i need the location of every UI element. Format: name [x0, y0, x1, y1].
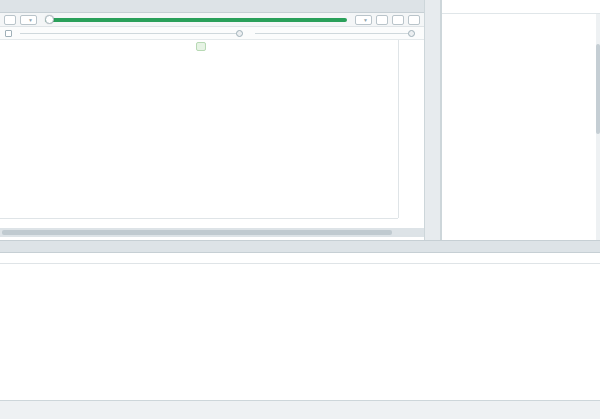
drawing-toolbar	[424, 0, 441, 240]
timeline-thumb[interactable]	[236, 30, 243, 37]
calendar-button[interactable]	[4, 15, 16, 25]
backtest-progress-slider[interactable]	[45, 18, 347, 22]
parameters-scrollbar[interactable]	[596, 14, 600, 240]
chart-region	[0, 40, 424, 240]
top-tab-bar	[0, 0, 424, 13]
backtest-toolbar: ▼ ▼	[0, 13, 424, 27]
parameters-rows	[442, 14, 596, 240]
status-bar	[0, 400, 600, 419]
speed-slider[interactable]	[255, 33, 415, 34]
backtesting-app: ▼ ▼	[0, 0, 600, 419]
play-button[interactable]	[376, 15, 388, 25]
chart-scrollbar-thumb[interactable]	[2, 230, 392, 235]
progress-thumb[interactable]	[45, 15, 54, 24]
chart-horizontal-scrollbar[interactable]	[0, 228, 424, 237]
visual-mode-bar	[0, 27, 424, 40]
start-date-select[interactable]: ▼	[20, 15, 37, 25]
price-axis[interactable]	[398, 40, 424, 218]
visual-mode-checkbox[interactable]	[5, 30, 12, 37]
timeline-slider[interactable]	[20, 33, 243, 34]
candlestick-chart[interactable]	[0, 40, 398, 218]
history-table-header	[0, 253, 600, 264]
bottom-tab-bar	[0, 240, 600, 253]
speed-thumb[interactable]	[408, 30, 415, 37]
parameters-header	[442, 0, 600, 14]
parameters-panel	[441, 0, 600, 240]
chevron-down-icon: ▼	[28, 17, 33, 23]
chevron-down-icon: ▼	[363, 17, 368, 23]
parameters-scrollbar-thumb[interactable]	[596, 44, 600, 134]
history-table	[0, 253, 600, 400]
stop-button[interactable]	[392, 15, 404, 25]
profit-badge	[196, 42, 206, 51]
popout-button[interactable]	[408, 15, 420, 25]
time-axis[interactable]	[0, 218, 398, 227]
end-date-select[interactable]: ▼	[355, 15, 372, 25]
